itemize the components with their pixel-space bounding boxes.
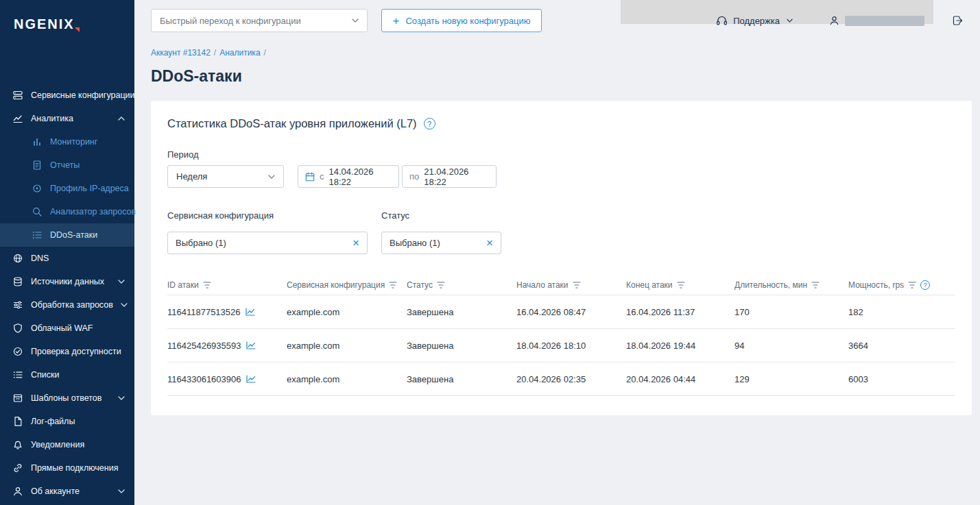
status-cell: Завершена bbox=[407, 374, 516, 384]
monitoring-icon bbox=[32, 136, 43, 147]
sidebar-item-availability-check[interactable]: Проверка доступности bbox=[0, 340, 134, 363]
sidebar-item-label: Сервисные конфигурации bbox=[31, 90, 135, 100]
filter-icon[interactable] bbox=[437, 282, 445, 288]
status-cell: Завершена bbox=[407, 341, 516, 351]
sidebar-item-data-sources[interactable]: Источники данных bbox=[0, 270, 134, 293]
target-icon bbox=[32, 183, 43, 194]
table-header-row: ID атаки Сервисная конфигурация Статус Н… bbox=[167, 275, 955, 295]
power-cell: 3664 bbox=[848, 341, 955, 351]
sidebar-item-analytics[interactable]: Аналитика bbox=[0, 107, 134, 130]
support-menu[interactable]: Поддержка bbox=[716, 15, 793, 26]
sidebar-item-notifications[interactable]: Уведомления bbox=[0, 433, 134, 456]
service-configs-icon bbox=[12, 90, 23, 101]
sidebar-item-request-analyzer[interactable]: Анализатор запросов bbox=[0, 200, 134, 223]
user-menu[interactable] bbox=[828, 15, 924, 26]
sidebar-item-log-files[interactable]: Лог-файлы bbox=[0, 410, 134, 433]
create-config-button[interactable]: + Создать новую конфигурацию bbox=[381, 9, 542, 32]
filter-icon[interactable] bbox=[677, 282, 685, 288]
date-to-input[interactable]: по 21.04.2026 18:22 bbox=[402, 165, 497, 188]
sidebar-item-ddos-attacks[interactable]: DDoS-атаки bbox=[0, 223, 134, 247]
quick-config-select[interactable]: Быстрый переход к конфигурации bbox=[151, 9, 368, 32]
filter-labels-row: Сервисная конфигурация Статус bbox=[167, 210, 955, 226]
breadcrumb-account-link[interactable]: Аккаунт #13142 bbox=[151, 48, 211, 58]
breadcrumb-analytics-link[interactable]: Аналитика bbox=[219, 48, 260, 58]
sidebar-item-response-templates[interactable]: Шаблоны ответов bbox=[0, 386, 134, 410]
chevron-up-icon bbox=[118, 116, 125, 121]
chevron-down-icon bbox=[352, 19, 359, 23]
service-config-cell: example.com bbox=[287, 341, 407, 351]
ddos-list-icon bbox=[32, 230, 43, 241]
sidebar-item-label: Мониторинг bbox=[50, 137, 97, 147]
sidebar-item-service-configs[interactable]: Сервисные конфигурации bbox=[0, 84, 134, 107]
filter-icon[interactable] bbox=[203, 282, 211, 288]
sidebar-item-ip-profile[interactable]: Профиль IP-адреса bbox=[0, 177, 134, 200]
col-power: Мощность, rps ? bbox=[848, 280, 955, 290]
quick-config-select-value: Быстрый переход к конфигурации bbox=[160, 16, 301, 26]
date-to-prefix: по bbox=[409, 171, 419, 182]
chevron-down-icon bbox=[118, 280, 125, 284]
chevron-down-icon bbox=[121, 303, 128, 307]
sidebar-item-monitoring[interactable]: Мониторинг bbox=[0, 130, 134, 153]
breadcrumb: Аккаунт #13142 / Аналитика / bbox=[134, 41, 980, 58]
clear-icon[interactable]: × bbox=[352, 237, 359, 249]
sidebar-item-label: Облачный WAF bbox=[31, 323, 93, 333]
date-from-value: 14.04.2026 18:22 bbox=[329, 167, 392, 187]
service-config-label: Сервисная конфигурация bbox=[167, 210, 381, 221]
clear-icon[interactable]: × bbox=[486, 237, 493, 249]
chart-link-icon[interactable] bbox=[246, 308, 255, 316]
status-select[interactable]: Выбрано (1) × bbox=[381, 232, 501, 254]
database-icon bbox=[12, 276, 23, 287]
sidebar-item-dns[interactable]: DNS bbox=[0, 247, 134, 270]
filter-icon[interactable] bbox=[389, 282, 397, 288]
link-icon bbox=[12, 463, 23, 473]
chart-link-icon[interactable] bbox=[246, 341, 256, 349]
sidebar-item-label: Об аккаунте bbox=[31, 486, 80, 496]
ngenix-logo[interactable]: NGENIX bbox=[0, 0, 134, 84]
status-select-value: Выбрано (1) bbox=[390, 238, 440, 248]
chevron-down-icon bbox=[118, 396, 125, 400]
sidebar-item-reports[interactable]: Отчеты bbox=[0, 153, 134, 177]
filter-icon[interactable] bbox=[908, 282, 916, 288]
file-icon bbox=[12, 416, 23, 427]
list-icon bbox=[12, 369, 23, 380]
breadcrumb-separator: / bbox=[214, 48, 216, 58]
create-config-label: Создать новую конфигурацию bbox=[405, 16, 530, 26]
filter-icon[interactable] bbox=[573, 282, 581, 288]
date-from-prefix: с bbox=[320, 171, 324, 182]
sidebar-item-about-account[interactable]: Об аккаунте bbox=[0, 480, 134, 503]
sidebar-item-label: Анализатор запросов bbox=[50, 207, 136, 217]
end-cell: 18.04.2026 19:44 bbox=[626, 341, 734, 351]
period-select[interactable]: Неделя bbox=[167, 165, 284, 188]
chart-link-icon[interactable] bbox=[246, 375, 256, 383]
help-icon[interactable]: ? bbox=[424, 118, 435, 130]
logo-text: NGENIX bbox=[14, 16, 75, 32]
analytics-icon bbox=[12, 113, 23, 124]
col-attack-end: Конец атаки bbox=[626, 280, 734, 290]
period-label: Период bbox=[167, 149, 955, 160]
sidebar-item-label: Профиль IP-адреса bbox=[50, 184, 129, 193]
attacks-table: ID атаки Сервисная конфигурация Статус Н… bbox=[167, 275, 955, 396]
topbar: Быстрый переход к конфигурации + Создать… bbox=[134, 0, 980, 41]
date-from-input[interactable]: с 14.04.2026 18:22 bbox=[298, 165, 399, 188]
duration-cell: 129 bbox=[734, 374, 848, 384]
logout-button[interactable] bbox=[952, 15, 964, 26]
service-config-select[interactable]: Выбрано (1) × bbox=[167, 232, 368, 254]
calendar-icon bbox=[305, 172, 315, 182]
col-duration: Длительность, мин bbox=[734, 280, 848, 290]
sidebar-item-lists[interactable]: Списки bbox=[0, 363, 134, 386]
sidebar-item-cloud-waf[interactable]: Облачный WAF bbox=[0, 317, 134, 340]
start-cell: 20.04.2026 02:35 bbox=[516, 374, 626, 384]
col-attack-start: Начало атаки bbox=[516, 280, 626, 290]
sidebar-item-direct-connections[interactable]: Прямые подключения bbox=[0, 456, 134, 480]
filter-icon[interactable] bbox=[811, 282, 820, 288]
table-row: 116433061603906 example.com Завершена 20… bbox=[167, 362, 955, 396]
col-status: Статус bbox=[407, 280, 516, 290]
help-icon[interactable]: ? bbox=[920, 280, 930, 290]
power-cell: 6003 bbox=[848, 374, 955, 384]
sidebar-item-request-processing[interactable]: Обработка запросов bbox=[0, 293, 134, 317]
magnifier-icon bbox=[32, 206, 43, 217]
user-name-redacted bbox=[845, 16, 924, 26]
attack-id: 116433061603906 bbox=[167, 374, 241, 384]
table-row: 116411877513526 example.com Завершена 16… bbox=[167, 295, 955, 329]
stats-card: Статистика DDoS-атак уровня приложений (… bbox=[151, 101, 972, 415]
